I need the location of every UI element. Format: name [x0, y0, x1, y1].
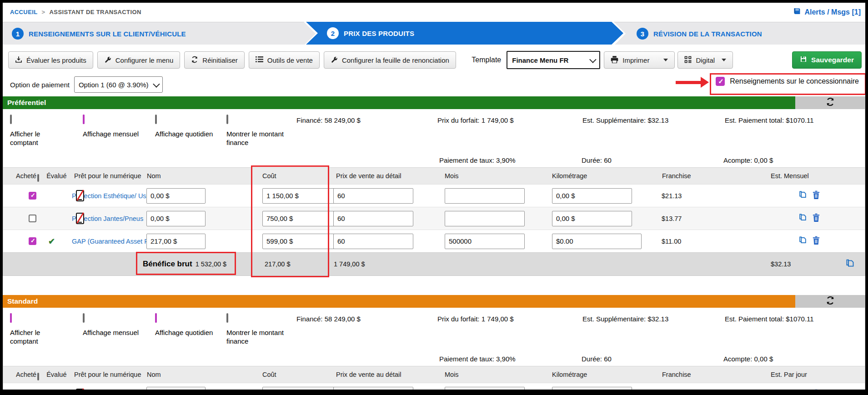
show-cash-checkbox[interactable]	[10, 313, 12, 323]
trash-icon[interactable]	[813, 213, 820, 224]
months-input[interactable]	[333, 234, 413, 249]
template-selected-value: Finance Menu FR	[512, 56, 568, 64]
show-financed-amount-checkbox[interactable]	[226, 115, 228, 124]
down-payment: Acompte: 0,00 $	[723, 156, 773, 164]
annotation-arrow-line	[676, 81, 702, 84]
display-options-row: Afficher le comptant Affichage mensuel A…	[3, 308, 865, 355]
rate-payment: Paiement de taux: 3,90%	[439, 355, 516, 363]
header-label: Acheté	[16, 371, 36, 378]
button-label: Configurer la feuille de renonciation	[342, 56, 449, 64]
table-footer: Bénéfice brut 1 532,00 $ 217,00 $ 1 749,…	[3, 252, 865, 275]
bought-checkbox[interactable]	[29, 390, 36, 395]
digital-button[interactable]: Digital	[677, 51, 733, 69]
mileage-input[interactable]	[445, 188, 525, 204]
dealer-info-toggle: Renseignements sur le concessionnaire	[716, 77, 859, 86]
mileage-input[interactable]	[445, 234, 525, 249]
header-digital-ready: Prêt pour le numérique	[62, 172, 137, 180]
deductible-input[interactable]	[552, 234, 642, 249]
save-icon	[800, 55, 807, 65]
daily-display-checkbox[interactable]	[155, 115, 157, 124]
top-bar: ACCUEIL > ASSISTANT DE TRANSACTION Alert…	[3, 2, 865, 22]
cost-input[interactable]	[146, 211, 206, 226]
option-daily-display: Affichage quotidien	[155, 115, 223, 138]
select-all-checkbox[interactable]	[37, 373, 39, 380]
chevron-down-icon	[589, 56, 597, 63]
wrench-icon	[104, 56, 111, 65]
trash-icon[interactable]	[813, 190, 820, 201]
est-total-payment: Est. Paiement total: $1070.11	[725, 315, 814, 323]
breadcrumb-current: ASSISTANT DE TRANSACTION	[50, 9, 141, 15]
months-input[interactable]	[333, 387, 413, 395]
evaluate-products-button[interactable]: Évaluer les produits	[8, 51, 93, 69]
deductible-input[interactable]	[552, 211, 632, 226]
header-retail: Prix de vente au détail	[328, 172, 440, 180]
configure-waiver-button[interactable]: Configurer la feuille de renonciation	[324, 51, 456, 69]
sales-tools-button[interactable]: Outils de vente	[249, 51, 320, 69]
template-select[interactable]: Finance Menu FR	[507, 51, 600, 69]
template-label: Template	[472, 56, 501, 64]
button-label: Imprimer	[622, 56, 649, 64]
months-input[interactable]	[333, 188, 413, 204]
deductible-input[interactable]	[552, 387, 632, 395]
section-refresh-button[interactable]	[795, 295, 865, 308]
wrench-icon	[331, 56, 338, 65]
cost-input[interactable]	[146, 188, 206, 204]
copy-icon[interactable]	[798, 190, 807, 201]
trash-icon[interactable]	[813, 389, 820, 395]
step-product-pricing[interactable]: 2 PRIX DES PRODUITS	[306, 22, 623, 45]
toolbar: Évaluer les produits Configurer le menu …	[3, 52, 865, 68]
payment-option-select[interactable]: Option 1 (60 @ 3.90%)	[74, 76, 163, 93]
bought-checkbox[interactable]	[29, 192, 36, 200]
step-client-vehicle[interactable]: 1 RENSEIGNEMENTS SUR LE CLIENT/VÉHICULE	[3, 22, 316, 45]
toolbar-right: Template Finance Menu FR Imprimer Digita…	[472, 51, 862, 69]
print-button[interactable]: Imprimer	[604, 51, 675, 69]
step-label: RÉVISION DE LA TRANSACTION	[653, 30, 762, 38]
show-cash-checkbox[interactable]	[10, 115, 12, 124]
book-icon	[793, 8, 801, 16]
header-bought: Acheté Évalué	[8, 371, 62, 379]
copy-icon[interactable]	[798, 389, 807, 395]
months-input[interactable]	[333, 211, 413, 226]
section-refresh-button[interactable]	[795, 96, 865, 109]
mileage-input[interactable]	[445, 211, 525, 226]
step-transaction-review[interactable]: 3 RÉVISION DE LA TRANSACTION	[614, 22, 865, 45]
row-actions	[766, 190, 830, 201]
save-button[interactable]: Sauvegarder	[792, 51, 862, 69]
deductible-input[interactable]	[552, 188, 632, 204]
refresh-icon	[826, 296, 835, 307]
product-name-link[interactable]: Protection Esthétique/ Usure	[62, 192, 137, 200]
digital-not-ready-icon	[76, 190, 84, 201]
reset-button[interactable]: Réinitialiser	[184, 51, 245, 69]
monthly-display-checkbox[interactable]	[83, 313, 85, 323]
term: Durée: 60	[582, 156, 612, 164]
step-label: RENSEIGNEMENTS SUR LE CLIENT/VÉHICULE	[29, 30, 186, 38]
alerts-msgs-link[interactable]: Alerts / Msgs [1]	[793, 8, 861, 16]
cost-input[interactable]	[146, 234, 206, 249]
cost-input[interactable]	[146, 387, 206, 395]
product-name-link[interactable]: GAP (Guaranteed Asset Protection)	[62, 238, 137, 245]
section-body: Afficher le comptant Affichage mensuel A…	[3, 308, 865, 395]
header-mileage: Kilométrage	[547, 172, 657, 180]
breadcrumb-separator: >	[42, 9, 45, 15]
dealer-info-checkbox[interactable]	[716, 77, 725, 86]
breadcrumb-home-link[interactable]: ACCUEIL	[10, 9, 38, 15]
copy-icon[interactable]	[798, 213, 807, 224]
bought-checkbox[interactable]	[29, 237, 36, 245]
caret-down-icon	[722, 59, 726, 61]
product-name-link[interactable]: Protection Jantes/Pneus	[62, 215, 137, 222]
bought-checkbox[interactable]	[29, 215, 36, 222]
checkbox-label: Affichage quotidien	[155, 328, 215, 337]
show-financed-amount-checkbox[interactable]	[226, 313, 228, 323]
copy-all-icon[interactable]	[845, 259, 855, 270]
header-deductible: Franchise	[657, 371, 766, 378]
monthly-display-checkbox[interactable]	[83, 115, 85, 124]
est-monthly-value: $11.00	[657, 238, 766, 245]
select-all-checkbox[interactable]	[37, 174, 39, 182]
configure-menu-button[interactable]: Configurer le menu	[97, 51, 181, 69]
daily-display-checkbox[interactable]	[155, 313, 157, 323]
mileage-input[interactable]	[445, 387, 525, 395]
trash-icon[interactable]	[813, 236, 820, 246]
header-deductible: Franchise	[657, 172, 766, 180]
copy-icon[interactable]	[798, 236, 807, 246]
est-monthly-value: $13.77	[657, 215, 766, 222]
